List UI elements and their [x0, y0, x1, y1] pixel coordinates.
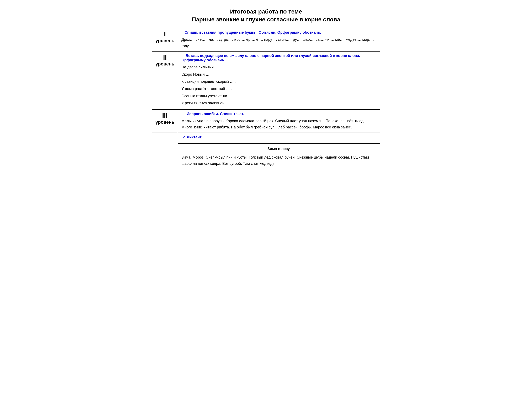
level1-roman: I — [155, 30, 174, 38]
main-table: I уровень I. Спиши, вставляя пропущенные… — [152, 28, 380, 169]
level4-dictation-cell: Зима в лесу. Зима. Мороз. Снег укрыл пни… — [178, 143, 380, 169]
level1-content: I. Спиши, вставляя пропущенные буквы. Об… — [178, 28, 380, 51]
level1-cell: I уровень — [152, 28, 178, 51]
level1-row: I уровень I. Спиши, вставляя пропущенные… — [152, 28, 380, 51]
level2-line-1: На дворе сильный … . — [181, 64, 377, 70]
level3-row: III уровень III. Исправь ошибки. Спиши т… — [152, 109, 380, 133]
level2-line-2: Скоро Новый … . — [181, 71, 377, 78]
level2-label: уровень — [155, 61, 174, 67]
level2-row: II уровень II. Вставь подходящее по смыс… — [152, 51, 380, 109]
level4-instruction-cell: IV. Диктант. — [178, 133, 380, 143]
dictation-text: Зима. Мороз. Снег укрыл пни и кусты. Тол… — [181, 154, 377, 167]
level1-text: Дроз…, сне…, гла…, сугро…, мос…, ёр…, ё…… — [181, 36, 377, 49]
level1-label: уровень — [155, 38, 174, 44]
level3-text: Мальчик упал в прорупь. Корова сломала л… — [181, 118, 377, 131]
level2-line-3: К станции подошёл скорый … . — [181, 78, 377, 85]
level3-label: уровень — [155, 120, 174, 125]
level2-instruction: II. Вставь подходящее по смыслу слово с … — [181, 54, 377, 62]
level3-instruction: III. Исправь ошибки. Спиши текст. — [181, 112, 377, 116]
level3-content: III. Исправь ошибки. Спиши текст. Мальчи… — [178, 109, 380, 133]
level4-instruction: IV. Диктант. — [181, 135, 377, 139]
dictation-title: Зима в лесу. — [181, 146, 377, 152]
level2-lines: На дворе сильный … . Скоро Новый … . К с… — [181, 64, 377, 106]
level2-roman: II — [155, 54, 174, 61]
level4-dictation-row: Зима в лесу. Зима. Мороз. Снег укрыл пни… — [152, 143, 380, 169]
level2-content: II. Вставь подходящее по смыслу слово с … — [178, 51, 380, 109]
level1-instruction: I. Спиши, вставляя пропущенные буквы. Об… — [181, 30, 377, 35]
level2-line-6: У реки тянется заливной … . — [181, 100, 377, 106]
level3-cell: III уровень — [152, 109, 178, 133]
page-subtitle: Парные звонкие и глухие согласные в корн… — [152, 16, 380, 23]
level2-cell: II уровень — [152, 51, 178, 109]
level2-line-4: У дома растёт столетний … . — [181, 86, 377, 92]
level4-instruction-row: IV. Диктант. — [152, 133, 380, 143]
level2-line-5: Осенью птицы улетают на … . — [181, 93, 377, 99]
level3-roman: III — [155, 112, 174, 120]
page-container: Итоговая работа по теме Парные звонкие и… — [152, 8, 380, 169]
level4-dictation-content: Зима в лесу. Зима. Мороз. Снег укрыл пни… — [181, 146, 377, 167]
page-title: Итоговая работа по теме — [152, 8, 380, 15]
level4-empty-cell — [152, 133, 178, 169]
